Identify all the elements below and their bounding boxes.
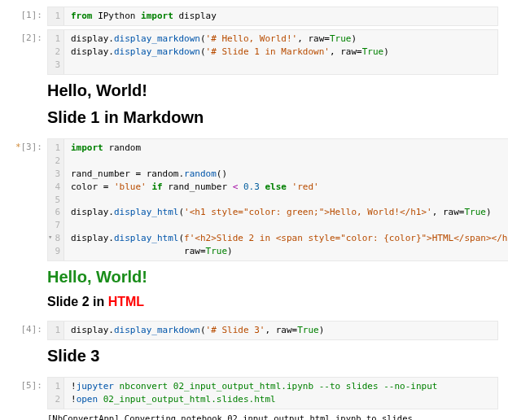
input-prompt: [4]: xyxy=(10,321,47,335)
code-input[interactable]: 1 2 !jupyter nbconvert 02_input_output_h… xyxy=(47,377,498,409)
code-text[interactable]: display.display_markdown('# Slide 3', ra… xyxy=(64,322,497,339)
code-text[interactable]: display.display_markdown('# Hello, World… xyxy=(64,30,497,74)
cell-1: [1]: 1 from IPython import display xyxy=(10,7,498,26)
fold-marker-icon[interactable]: ▾ xyxy=(48,232,52,243)
input-prompt: [5]: xyxy=(10,377,47,391)
line-gutter: 1 2 3 4 5 6 7 ▾8 9 xyxy=(48,139,64,260)
input-prompt: *[3]: xyxy=(10,138,47,152)
code-input[interactable]: 1 display.display_markdown('# Slide 3', … xyxy=(47,321,498,340)
code-input[interactable]: 1 from IPython import display xyxy=(47,7,498,26)
line-gutter: 1 2 xyxy=(48,378,64,409)
cell-4: [4]: 1 display.display_markdown('# Slide… xyxy=(10,321,498,340)
cell-5: [5]: 1 2 !jupyter nbconvert 02_input_out… xyxy=(10,377,498,409)
cell-3-output: Hello, World! Slide 2 in HTML xyxy=(47,268,498,309)
markdown-h1: Slide 1 in Markdown xyxy=(47,108,498,127)
modified-star-icon: * xyxy=(15,142,21,152)
input-prompt: [2]: xyxy=(10,29,47,43)
markdown-h1: Hello, World! xyxy=(47,81,498,100)
html-h2: Slide 2 in HTML xyxy=(47,295,498,309)
cell-3: *[3]: 1 2 3 4 5 6 7 ▾8 9 import random r… xyxy=(10,138,498,261)
cell-5-stream-output: [NbConvertApp] Converting notebook 02_in… xyxy=(47,413,498,420)
markdown-h1: Slide 3 xyxy=(47,347,498,365)
html-span-red: HTML xyxy=(108,295,144,308)
html-h1-green: Hello, World! xyxy=(47,268,498,287)
code-input[interactable]: 1 2 3 4 5 6 7 ▾8 9 import random rand_nu… xyxy=(47,138,508,261)
cell-4-output: Slide 3 xyxy=(47,347,498,365)
input-prompt: [1]: xyxy=(10,7,47,20)
line-gutter: 1 2 3 xyxy=(48,30,64,74)
code-text[interactable]: !jupyter nbconvert 02_input_output_html.… xyxy=(64,378,497,409)
cell-2: [2]: 1 2 3 display.display_markdown('# H… xyxy=(10,29,498,75)
code-text[interactable]: import random rand_number = random.rando… xyxy=(64,139,508,260)
code-text[interactable]: from IPython import display xyxy=(64,7,497,25)
line-gutter: 1 xyxy=(48,322,64,339)
code-input[interactable]: 1 2 3 display.display_markdown('# Hello,… xyxy=(47,29,498,75)
line-gutter: 1 xyxy=(48,7,64,25)
cell-2-output: Hello, World! Slide 1 in Markdown xyxy=(47,81,498,127)
